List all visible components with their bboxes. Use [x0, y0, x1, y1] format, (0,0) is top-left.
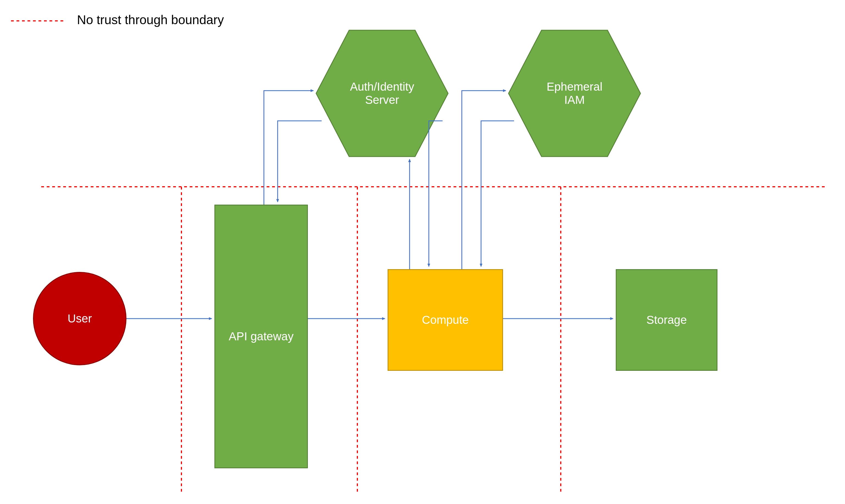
- user-node: User: [33, 272, 126, 365]
- arrow-compute-to-iam: [462, 91, 506, 269]
- gateway-node: API gateway: [214, 204, 308, 468]
- arrow-auth-to-gateway: [278, 121, 322, 202]
- storage-node: Storage: [616, 269, 718, 371]
- compute-node: Compute: [387, 269, 503, 371]
- arrow-gateway-to-auth: [264, 91, 313, 204]
- arrow-iam-to-compute: [481, 121, 514, 266]
- user-label: User: [68, 312, 92, 325]
- arrow-auth-to-compute: [429, 121, 443, 266]
- storage-label: Storage: [646, 313, 687, 327]
- compute-label: Compute: [422, 313, 469, 327]
- iam-hexagon: [508, 30, 640, 157]
- diagram-svg: [0, 0, 845, 504]
- diagram-stage: No trust through boundary Auth/Identity …: [0, 0, 845, 504]
- legend-label: No trust through boundary: [77, 12, 224, 27]
- gateway-label: API gateway: [229, 330, 294, 343]
- auth-hexagon: [316, 30, 448, 157]
